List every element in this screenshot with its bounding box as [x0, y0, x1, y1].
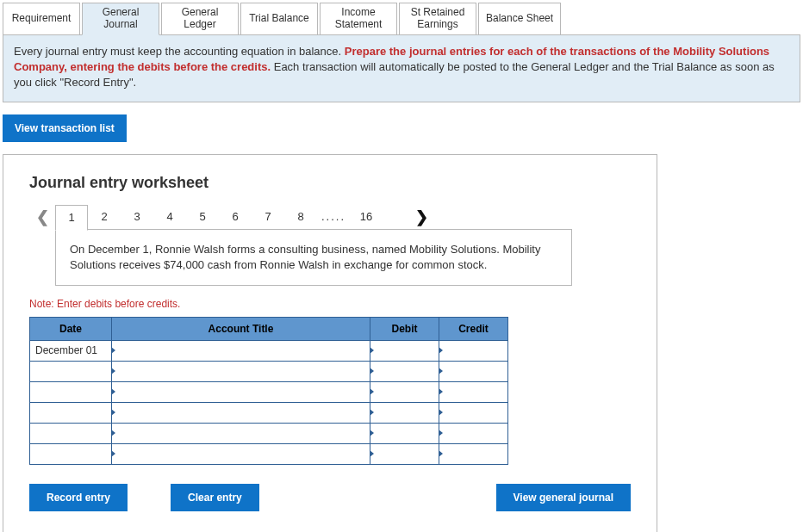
- tab-retained-earnings[interactable]: St RetainedEarnings: [399, 3, 476, 35]
- worksheet-buttons: Record entry Clear entry View general jo…: [29, 484, 631, 511]
- pager-page[interactable]: 5: [186, 204, 219, 230]
- tab-requirement[interactable]: Requirement: [3, 3, 80, 35]
- cell-account-title[interactable]: [112, 402, 370, 423]
- table-row: [30, 402, 508, 423]
- cell-date[interactable]: [30, 443, 112, 464]
- cell-debit[interactable]: [370, 340, 439, 361]
- cell-date[interactable]: [30, 381, 112, 402]
- view-transaction-list-button[interactable]: View transaction list: [3, 114, 127, 142]
- pager-page[interactable]: 1: [55, 205, 88, 231]
- col-header-account-title: Account Title: [112, 317, 370, 340]
- pager-next-icon[interactable]: ❯: [408, 207, 434, 226]
- pager-page[interactable]: 8: [284, 204, 317, 230]
- table-row: [30, 423, 508, 443]
- transaction-description: On December 1, Ronnie Walsh forms a cons…: [55, 229, 572, 286]
- tab-general-ledger[interactable]: GeneralLedger: [161, 3, 239, 35]
- cell-debit[interactable]: [370, 443, 439, 464]
- cell-credit[interactable]: [439, 443, 508, 464]
- pager-page[interactable]: 4: [153, 204, 186, 230]
- cell-debit[interactable]: [370, 381, 439, 402]
- pager-ellipsis: .....: [317, 204, 350, 230]
- top-tabs: Requirement GeneralJournal GeneralLedger…: [3, 3, 800, 35]
- tab-income-statement[interactable]: IncomeStatement: [320, 3, 397, 35]
- banner-lead: Every journal entry must keep the accoun…: [14, 45, 345, 58]
- cell-account-title[interactable]: [112, 443, 370, 464]
- pager: ❮ 1 2 3 4 5 6 7 8 ..... 16 ❯: [29, 204, 631, 230]
- table-row: [30, 381, 508, 402]
- cell-account-title[interactable]: [112, 361, 370, 381]
- cell-debit[interactable]: [370, 361, 439, 381]
- instruction-banner: Every journal entry must keep the accoun…: [3, 34, 800, 102]
- journal-entry-table: Date Account Title Debit Credit December…: [29, 317, 508, 465]
- pager-page[interactable]: 6: [219, 204, 252, 230]
- cell-date[interactable]: December 01: [30, 340, 112, 361]
- cell-account-title[interactable]: [112, 423, 370, 443]
- tab-balance-sheet[interactable]: Balance Sheet: [478, 3, 561, 35]
- record-entry-button[interactable]: Record entry: [29, 484, 128, 511]
- table-row: [30, 361, 508, 381]
- cell-date[interactable]: [30, 402, 112, 423]
- col-header-credit: Credit: [439, 317, 508, 340]
- tab-trial-balance[interactable]: Trial Balance: [240, 3, 318, 35]
- view-general-journal-button[interactable]: View general journal: [496, 484, 631, 511]
- pager-page[interactable]: 16: [350, 204, 383, 230]
- pager-page[interactable]: 7: [252, 204, 284, 230]
- table-row: [30, 443, 508, 464]
- cell-credit[interactable]: [439, 381, 508, 402]
- cell-debit[interactable]: [370, 423, 439, 443]
- cell-account-title[interactable]: [112, 381, 370, 402]
- tab-general-journal[interactable]: GeneralJournal: [82, 3, 159, 35]
- cell-account-title[interactable]: [112, 340, 370, 361]
- worksheet-title: Journal entry worksheet: [29, 174, 631, 192]
- cell-date[interactable]: [30, 361, 112, 381]
- cell-credit[interactable]: [439, 340, 508, 361]
- pager-page[interactable]: 3: [121, 204, 153, 230]
- cell-debit[interactable]: [370, 402, 439, 423]
- cell-credit[interactable]: [439, 361, 508, 381]
- pager-prev-icon[interactable]: ❮: [29, 207, 55, 226]
- col-header-debit: Debit: [370, 317, 439, 340]
- table-row: December 01: [30, 340, 508, 361]
- col-header-date: Date: [30, 317, 112, 340]
- journal-worksheet-panel: Journal entry worksheet ❮ 1 2 3 4 5 6 7 …: [3, 154, 657, 532]
- cell-date[interactable]: [30, 423, 112, 443]
- clear-entry-button[interactable]: Clear entry: [171, 484, 259, 511]
- pager-page[interactable]: 2: [88, 204, 121, 230]
- debits-before-credits-note: Note: Enter debits before credits.: [29, 298, 631, 310]
- cell-credit[interactable]: [439, 423, 508, 443]
- cell-credit[interactable]: [439, 402, 508, 423]
